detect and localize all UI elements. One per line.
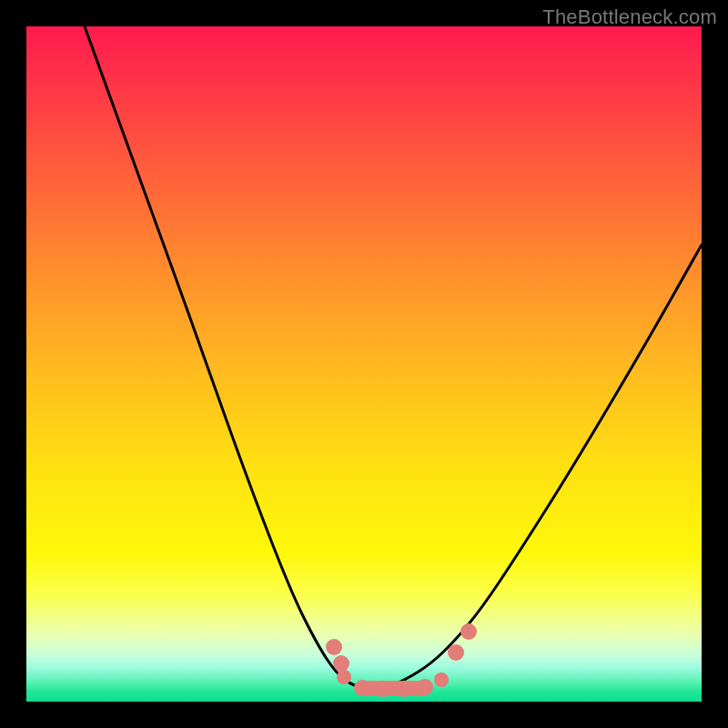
watermark-text: TheBottleneck.com: [542, 5, 717, 29]
marker-dot: [354, 680, 370, 696]
bottleneck-chart: [26, 26, 702, 702]
marker-dot: [396, 681, 412, 697]
marker-dot: [375, 681, 391, 697]
plot-area: [26, 26, 702, 702]
marker-pill: [357, 681, 430, 695]
marker-group: [326, 623, 477, 697]
marker-dot: [434, 672, 449, 687]
marker-dot: [333, 655, 349, 672]
marker-dot: [460, 623, 477, 640]
marker-dot: [417, 679, 433, 695]
marker-dot: [337, 670, 351, 684]
marker-dot: [326, 639, 342, 655]
marker-dot: [448, 644, 464, 661]
bottleneck-curve-line: [85, 26, 702, 689]
